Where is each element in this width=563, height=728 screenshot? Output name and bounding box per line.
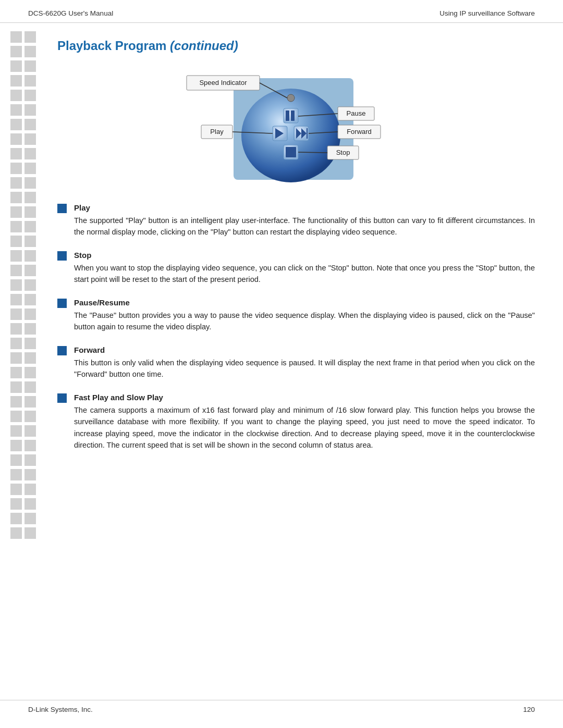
svg-text:Play: Play <box>210 128 224 135</box>
svg-text:Speed Indicator: Speed Indicator <box>199 79 247 87</box>
section-title: Play <box>74 203 535 212</box>
section-pause-resume: Pause/ResumeThe "Pause" button provides … <box>57 298 535 333</box>
page-title: Playback Program (continued) <box>57 39 535 53</box>
header-right: Using IP surveillance Software <box>439 9 535 17</box>
section-bullet <box>57 299 67 308</box>
svg-point-2 <box>287 94 295 102</box>
svg-text:Pause: Pause <box>347 109 366 117</box>
section-body: ForwardThis button is only valid when th… <box>74 346 535 380</box>
section-text: When you want to stop the displaying vid… <box>74 262 535 286</box>
section-text: The supported "Play" button is an intell… <box>74 215 535 238</box>
margin-decoration <box>10 31 36 539</box>
page-header: DCS-6620G User's Manual Using IP surveil… <box>0 0 563 23</box>
section-play: PlayThe supported "Play" button is an in… <box>57 203 535 238</box>
diagram-area: Speed Indicator Pause Play Forward Stop <box>57 68 535 188</box>
svg-rect-13 <box>286 147 296 157</box>
sections-container: PlayThe supported "Play" button is an in… <box>57 203 535 451</box>
section-body: PlayThe supported "Play" button is an in… <box>74 203 535 238</box>
section-stop: StopWhen you want to stop the displaying… <box>57 251 535 286</box>
svg-text:Forward: Forward <box>347 128 372 135</box>
footer-right: 120 <box>523 706 535 713</box>
section-bullet <box>57 393 67 403</box>
section-body: StopWhen you want to stop the displaying… <box>74 251 535 286</box>
section-bullet <box>57 251 67 261</box>
svg-text:Stop: Stop <box>336 149 350 156</box>
section-body: Pause/ResumeThe "Pause" button provides … <box>74 298 535 333</box>
section-bullet <box>57 204 67 213</box>
section-fast-slow: Fast Play and Slow PlayThe camera suppor… <box>57 393 535 451</box>
section-title: Forward <box>74 346 535 354</box>
section-body: Fast Play and Slow PlayThe camera suppor… <box>74 393 535 451</box>
section-forward: ForwardThis button is only valid when th… <box>57 346 535 380</box>
section-text: This button is only valid when the displ… <box>74 357 535 380</box>
main-content: Playback Program (continued) <box>57 23 535 451</box>
svg-point-1 <box>241 89 340 182</box>
section-text: The "Pause" button provides you a way to… <box>74 310 535 333</box>
svg-line-28 <box>298 152 327 153</box>
header-left: DCS-6620G User's Manual <box>28 9 113 17</box>
section-title: Stop <box>74 251 535 260</box>
section-title: Fast Play and Slow Play <box>74 393 535 402</box>
svg-rect-5 <box>291 110 295 121</box>
footer-left: D-Link Systems, Inc. <box>28 706 93 713</box>
page-footer: D-Link Systems, Inc. 120 <box>0 700 563 713</box>
section-bullet <box>57 346 67 355</box>
control-diagram: Speed Indicator Pause Play Forward Stop <box>181 68 411 188</box>
svg-rect-4 <box>286 110 289 121</box>
svg-rect-11 <box>307 128 308 139</box>
section-text: The camera supports a maximum of x16 fas… <box>74 404 535 451</box>
section-title: Pause/Resume <box>74 298 535 307</box>
